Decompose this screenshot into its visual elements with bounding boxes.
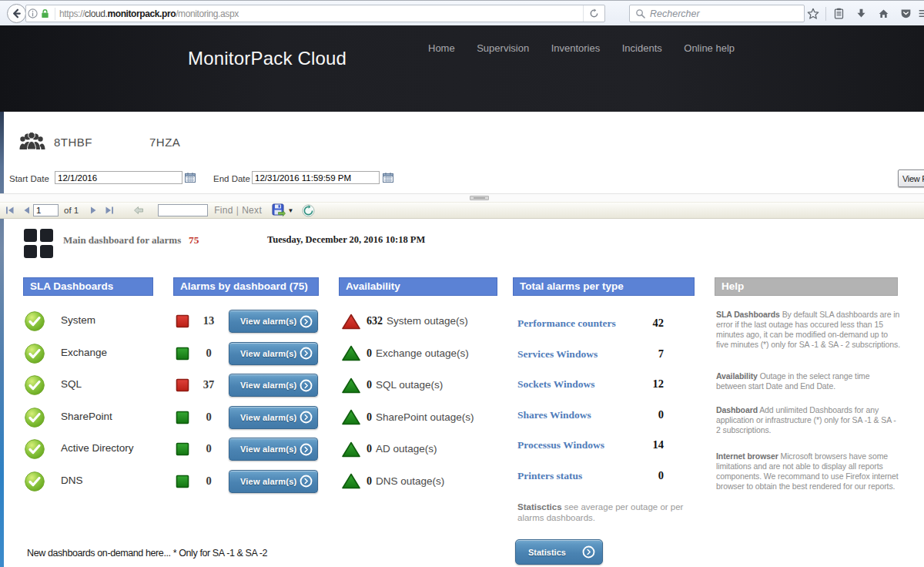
url-domain: monitorpack.pro	[107, 8, 176, 19]
nav-home[interactable]: Home	[428, 42, 455, 54]
nav-supervision[interactable]: Supervision	[477, 42, 529, 54]
start-date-input[interactable]	[55, 171, 182, 184]
url-text: https://cloud.monitorpack.pro/monitoring…	[59, 8, 239, 19]
help-paragraph: Internet browser Microsoft browsers have…	[716, 451, 901, 492]
outage-count: 0	[367, 411, 372, 423]
back-to-parent-icon[interactable]	[119, 206, 158, 215]
alarm-count: 0	[196, 347, 221, 360]
outage-triangle-icon	[342, 345, 360, 361]
report-toolbar: of 1 Find|Next ▼	[0, 202, 924, 219]
help-lead: Dashboard	[716, 405, 758, 414]
next-page-icon[interactable]	[86, 206, 99, 215]
arrow-circle-icon	[300, 379, 313, 392]
site-info-icon[interactable]	[26, 2, 39, 25]
refresh-icon[interactable]	[297, 204, 319, 217]
view-alarms-label: View alarm(s)	[240, 381, 296, 390]
pocket-icon[interactable]	[895, 2, 917, 25]
end-date-input[interactable]	[252, 171, 380, 184]
sla-label-system: System	[61, 314, 95, 326]
outage-triangle-icon	[342, 473, 360, 489]
menu-hamburger-icon[interactable]	[917, 2, 924, 25]
panel-header-help: Help	[715, 277, 898, 296]
page-number-input[interactable]	[33, 204, 59, 216]
alarm-type-label: Performance counters	[517, 317, 616, 330]
help-lead: Internet browser	[716, 451, 778, 461]
statistics-button[interactable]: Statistics	[515, 539, 603, 565]
start-date-label: Start Date	[9, 174, 49, 183]
urlbar-separator	[55, 8, 55, 20]
search-icon	[630, 2, 650, 25]
statistics-label: Statistics	[528, 548, 566, 557]
report-datetime: Tuesday, December 20, 2016 10:18 PM	[267, 234, 425, 246]
arrow-circle-icon	[300, 315, 313, 328]
alarm-type-count: 14	[631, 438, 664, 451]
search-input[interactable]	[650, 8, 781, 19]
last-page-icon[interactable]	[99, 206, 119, 215]
view-alarms-button[interactable]: View alarm(s)	[229, 470, 318, 493]
address-bar[interactable]: https://cloud.monitorpack.pro/monitoring…	[25, 5, 605, 22]
alarm-count: 0	[196, 475, 221, 488]
start-date-calendar-icon[interactable]	[185, 172, 196, 186]
status-ok-icon	[25, 311, 45, 331]
view-alarms-button[interactable]: View alarm(s)	[229, 342, 318, 365]
alarm-type-count: 42	[631, 317, 664, 330]
totals-note: Statisctics see average per outage or pe…	[517, 502, 702, 523]
panel-header-availability: Availability	[339, 277, 497, 296]
view-report-button[interactable]: View Report	[898, 169, 924, 187]
downloads-icon[interactable]	[850, 2, 872, 25]
outage-label: AD outage(s)	[376, 443, 437, 455]
status-ok-icon	[25, 471, 45, 492]
end-date-calendar-icon[interactable]	[383, 172, 393, 186]
view-alarms-button[interactable]: View alarm(s)	[229, 310, 318, 333]
export-dropdown-caret: ▼	[288, 207, 294, 214]
lock-icon[interactable]	[39, 2, 51, 25]
browser-back-button[interactable]	[7, 4, 26, 23]
export-save-icon[interactable]: ▼	[271, 203, 294, 218]
nav-online-help[interactable]: Online help	[684, 42, 735, 54]
url-subdomain: cloud.	[85, 8, 108, 19]
sla-label-sql: SQL	[61, 378, 82, 390]
status-ok-icon	[25, 344, 45, 364]
users-group-icon	[19, 132, 45, 152]
help-paragraph: Availability Outage in the select range …	[716, 371, 901, 391]
search-bar[interactable]	[629, 5, 805, 22]
page-content: 8THBF 7HZA Start Date End Date View Repo…	[0, 112, 924, 567]
sla-label-dns: DNS	[61, 475, 83, 486]
next-link[interactable]: Next	[242, 205, 262, 216]
footer-note: New dashboards on-demand here... * Only …	[27, 548, 267, 559]
site-header: MonitorPack Cloud Home Supervision Inven…	[0, 25, 924, 112]
bookmark-star-icon[interactable]	[802, 2, 824, 25]
bookmarks-menu-icon[interactable]	[828, 2, 850, 25]
browser-toolbar: https://cloud.monitorpack.pro/monitoring…	[0, 0, 924, 25]
find-link[interactable]: Find	[214, 205, 233, 216]
outage-count: 632	[367, 315, 383, 327]
help-paragraph: SLA Dashboards By default SLA dashboards…	[716, 310, 901, 350]
alarm-square-icon	[176, 314, 189, 328]
view-alarms-button[interactable]: View alarm(s)	[229, 438, 318, 461]
view-alarms-button[interactable]: View alarm(s)	[229, 406, 318, 429]
alarm-count: 0	[196, 442, 221, 455]
license-code-2: 7HZA	[149, 136, 180, 149]
find-next-separator: |	[236, 205, 239, 216]
outage-label: SQL outage(s)	[376, 379, 443, 391]
availability-row: 632System outage(s)	[367, 315, 468, 327]
nav-inventories[interactable]: Inventories	[551, 42, 601, 54]
nav-incidents[interactable]: Incidents	[622, 42, 662, 54]
find-text-input[interactable]	[158, 204, 208, 216]
alarm-square-icon	[176, 378, 189, 392]
home-icon[interactable]	[872, 2, 895, 25]
view-alarms-button[interactable]: View alarm(s)	[229, 374, 318, 397]
splitter-handle[interactable]	[470, 196, 489, 200]
params-splitter	[0, 194, 924, 202]
panel-header-sla: SLA Dashboards	[23, 277, 153, 296]
arrow-circle-icon	[300, 411, 313, 424]
browser-action-icons	[802, 1, 924, 26]
first-page-icon[interactable]	[0, 206, 20, 215]
panel-header-totals: Total alarms per type	[513, 277, 695, 296]
outage-count: 0	[367, 443, 372, 455]
prev-page-icon[interactable]	[20, 206, 33, 215]
help-lead: SLA Dashboards	[716, 310, 780, 319]
reload-icon[interactable]	[583, 5, 604, 22]
outage-label: Exchange outage(s)	[376, 347, 469, 359]
availability-row: 0SharePoint outage(s)	[367, 411, 474, 424]
